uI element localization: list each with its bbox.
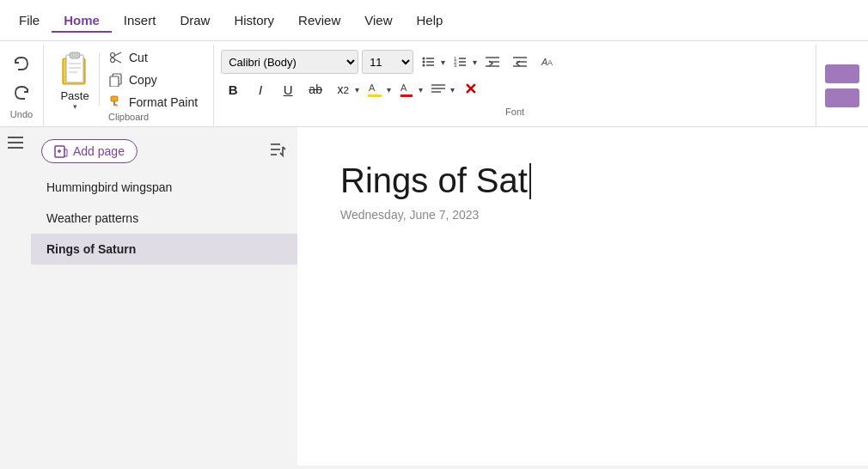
- format-paint-label: Format Paint: [129, 95, 198, 109]
- font-row2: B I U ab x2 ▾ A ▾: [221, 76, 809, 103]
- clipboard-sub: Cut Copy: [100, 48, 206, 112]
- bullet-list-button[interactable]: [417, 50, 441, 74]
- undo-button[interactable]: [9, 52, 34, 76]
- font-color-group: A ▾: [394, 77, 423, 101]
- paste-section: Paste ▾ Cut: [44, 45, 214, 126]
- sidebar-item-hummingbird[interactable]: Hummingbird wingspan: [31, 172, 297, 203]
- svg-point-7: [111, 53, 115, 58]
- menu-home[interactable]: Home: [52, 8, 112, 33]
- copy-button[interactable]: Copy: [105, 70, 201, 89]
- svg-text:3.: 3.: [454, 63, 458, 68]
- sidebar: Add page Hummingbird wingspan Weather pa…: [31, 127, 297, 466]
- italic-button[interactable]: I: [248, 77, 272, 101]
- subscript-button[interactable]: x2: [331, 77, 355, 101]
- numbered-list-group: 1.2.3. ▾: [449, 50, 477, 74]
- sort-button[interactable]: [268, 140, 287, 163]
- format-paint-button[interactable]: Format Paint: [105, 93, 201, 112]
- hamburger-button[interactable]: [7, 136, 24, 154]
- menu-draw[interactable]: Draw: [168, 8, 222, 33]
- bullet-list-dropdown[interactable]: ▾: [441, 58, 445, 67]
- copy-icon: [108, 72, 124, 88]
- align-group: ▾: [426, 77, 455, 101]
- bullet-list-group: ▾: [417, 50, 445, 74]
- svg-rect-1: [66, 55, 83, 82]
- svg-rect-12: [111, 96, 118, 101]
- svg-text:A: A: [369, 82, 376, 93]
- menu-file[interactable]: File: [7, 8, 52, 33]
- highlight-dropdown[interactable]: ▾: [387, 85, 391, 94]
- strikethrough-button[interactable]: ab: [303, 77, 327, 101]
- svg-line-8: [114, 52, 121, 56]
- clipboard-label: Clipboard: [108, 112, 149, 125]
- main-area: Add page Hummingbird wingspan Weather pa…: [0, 127, 868, 466]
- clear-format-button[interactable]: ✕: [458, 77, 482, 101]
- svg-text:A: A: [400, 82, 407, 93]
- menu-bar: File Home Insert Draw History Review Vie…: [0, 0, 868, 41]
- undo-icons: [9, 48, 34, 109]
- highlight-group: A ▾: [363, 77, 391, 101]
- ribbon: Undo Paste ▾: [0, 41, 868, 127]
- subscript-group: x2 ▾: [331, 77, 359, 101]
- right-panel-stub: [816, 45, 868, 126]
- svg-point-14: [423, 58, 425, 60]
- menu-history[interactable]: History: [222, 8, 286, 33]
- align-button[interactable]: [426, 77, 450, 101]
- paste-label: Paste: [60, 89, 89, 102]
- bold-button[interactable]: B: [221, 77, 245, 101]
- add-page-label: Add page: [73, 144, 125, 158]
- add-page-button[interactable]: Add page: [41, 139, 138, 163]
- undo-label: Undo: [10, 109, 33, 123]
- redo-button[interactable]: [9, 82, 34, 106]
- align-dropdown[interactable]: ▾: [450, 85, 455, 94]
- font-row1: Calibri (Body) Arial Times New Roman 11 …: [221, 48, 809, 76]
- format-paint-icon: [108, 94, 124, 110]
- font-section: Calibri (Body) Arial Times New Roman 11 …: [214, 45, 816, 126]
- menu-review[interactable]: Review: [286, 8, 352, 33]
- page-date: Wednesday, June 7, 2023: [340, 208, 825, 222]
- svg-line-9: [114, 59, 121, 63]
- svg-rect-2: [70, 52, 80, 58]
- font-family-select[interactable]: Calibri (Body) Arial Times New Roman: [221, 50, 358, 74]
- right-panel-item-2: [825, 88, 859, 107]
- menu-insert[interactable]: Insert: [112, 8, 168, 33]
- svg-text:A: A: [547, 58, 553, 67]
- hamburger-area: [0, 127, 31, 466]
- numbered-list-button[interactable]: 1.2.3.: [449, 50, 473, 74]
- cut-label: Cut: [129, 51, 148, 64]
- sidebar-item-weather[interactable]: Weather patterns: [31, 203, 297, 234]
- sidebar-item-rings[interactable]: Rings of Saturn: [31, 234, 297, 265]
- right-panel-item-1: [825, 64, 859, 83]
- undo-section: Undo: [0, 45, 44, 126]
- svg-point-6: [111, 58, 115, 63]
- font-size-select[interactable]: 11 12 14 16: [362, 50, 413, 74]
- cut-button[interactable]: Cut: [105, 48, 201, 67]
- font-color-dropdown[interactable]: ▾: [419, 85, 423, 94]
- paste-button[interactable]: Paste ▾: [51, 48, 99, 112]
- copy-label: Copy: [129, 73, 157, 87]
- decrease-indent-button[interactable]: [508, 50, 532, 74]
- scissors-icon: [108, 50, 124, 65]
- text-cursor: [529, 163, 531, 199]
- subscript-dropdown[interactable]: ▾: [355, 85, 359, 94]
- text-style-button[interactable]: AA: [535, 50, 559, 74]
- font-color-button[interactable]: A: [394, 77, 419, 101]
- page-title[interactable]: Rings of Sat: [340, 161, 825, 199]
- svg-rect-13: [113, 101, 115, 106]
- menu-view[interactable]: View: [352, 8, 404, 33]
- sidebar-top: Add page: [31, 134, 297, 172]
- highlight-button[interactable]: A: [363, 77, 387, 101]
- increase-indent-button[interactable]: [480, 50, 504, 74]
- font-label: Font: [221, 103, 809, 117]
- svg-rect-11: [110, 76, 119, 87]
- content-area: Rings of Sat Wednesday, June 7, 2023: [297, 127, 868, 466]
- numbered-list-dropdown[interactable]: ▾: [473, 58, 477, 67]
- menu-help[interactable]: Help: [405, 8, 455, 33]
- svg-point-18: [423, 64, 425, 67]
- svg-point-16: [423, 61, 425, 64]
- underline-button[interactable]: U: [276, 77, 300, 101]
